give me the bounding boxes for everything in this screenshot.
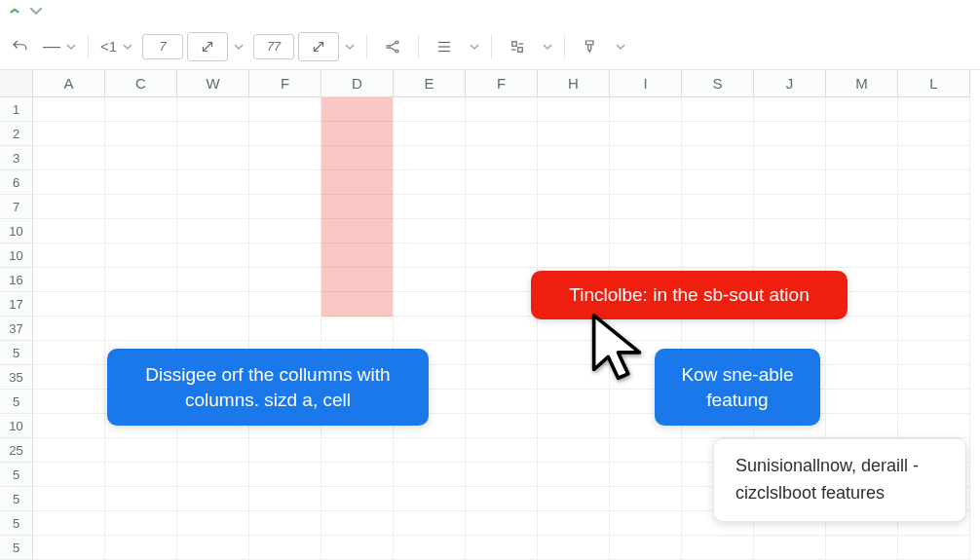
cell[interactable]: [394, 317, 466, 341]
row-header[interactable]: 10: [0, 219, 33, 243]
cell[interactable]: [682, 170, 754, 195]
cell[interactable]: [105, 195, 177, 219]
cell[interactable]: [33, 195, 105, 219]
cell[interactable]: [33, 438, 105, 463]
row-header[interactable]: 6: [0, 170, 33, 195]
cell[interactable]: [610, 487, 682, 511]
cell[interactable]: [33, 97, 105, 122]
column-header[interactable]: W: [177, 70, 249, 97]
cell[interactable]: [105, 243, 177, 268]
cell[interactable]: [321, 536, 394, 560]
cell[interactable]: [177, 268, 249, 292]
cell[interactable]: [466, 390, 538, 414]
column-header[interactable]: J: [754, 70, 826, 97]
row-header[interactable]: 2: [0, 122, 33, 146]
cell[interactable]: [610, 536, 682, 560]
cell[interactable]: [826, 414, 898, 438]
row-header[interactable]: 25: [0, 438, 33, 463]
cell[interactable]: [321, 317, 394, 341]
cell[interactable]: [898, 146, 970, 170]
cell[interactable]: [105, 317, 177, 341]
cell[interactable]: [898, 536, 970, 560]
cell[interactable]: [249, 438, 321, 463]
cell[interactable]: [610, 146, 682, 170]
cell[interactable]: [177, 243, 249, 268]
cell[interactable]: [33, 268, 105, 292]
cell[interactable]: [898, 365, 970, 390]
cell[interactable]: [177, 511, 249, 536]
row-header[interactable]: 17: [0, 292, 33, 317]
column-header[interactable]: M: [826, 70, 898, 97]
menu-dropdown-icon[interactable]: [8, 4, 21, 20]
cell[interactable]: [538, 390, 610, 414]
cell[interactable]: [321, 195, 394, 219]
cell[interactable]: [754, 317, 826, 341]
cell[interactable]: [538, 341, 610, 365]
cell[interactable]: [33, 292, 105, 317]
cell[interactable]: [321, 268, 394, 292]
row-header[interactable]: 5: [0, 390, 33, 414]
cell[interactable]: [538, 511, 610, 536]
cell[interactable]: [826, 122, 898, 146]
cell[interactable]: [177, 146, 249, 170]
cell[interactable]: [754, 536, 826, 560]
cell[interactable]: [394, 146, 466, 170]
row-header[interactable]: 16: [0, 268, 33, 292]
cell[interactable]: [394, 511, 466, 536]
cell[interactable]: [682, 122, 754, 146]
cell[interactable]: [682, 536, 754, 560]
cell[interactable]: [610, 122, 682, 146]
cell[interactable]: [33, 317, 105, 341]
cell[interactable]: [466, 414, 538, 438]
cell[interactable]: [682, 97, 754, 122]
size-input-2[interactable]: 77: [253, 34, 294, 59]
column-header[interactable]: H: [538, 70, 610, 97]
cell[interactable]: [177, 438, 249, 463]
chevron-down-icon[interactable]: [616, 38, 625, 56]
cell[interactable]: [177, 97, 249, 122]
cell[interactable]: [466, 122, 538, 146]
cell[interactable]: [466, 536, 538, 560]
cell[interactable]: [33, 463, 105, 487]
cell[interactable]: [249, 170, 321, 195]
align-icon[interactable]: [431, 32, 458, 61]
cell[interactable]: [538, 146, 610, 170]
cell[interactable]: [177, 195, 249, 219]
cell[interactable]: [249, 536, 321, 560]
cell[interactable]: [394, 243, 466, 268]
cell[interactable]: [826, 390, 898, 414]
row-header[interactable]: 5: [0, 463, 33, 487]
cell[interactable]: [538, 317, 610, 341]
cell[interactable]: [394, 536, 466, 560]
cell[interactable]: [610, 97, 682, 122]
column-header[interactable]: I: [610, 70, 682, 97]
cell[interactable]: [105, 511, 177, 536]
cell[interactable]: [538, 536, 610, 560]
cell[interactable]: [249, 463, 321, 487]
chevron-down-icon[interactable]: [470, 38, 479, 56]
cell[interactable]: [898, 195, 970, 219]
cell[interactable]: [249, 268, 321, 292]
cell[interactable]: [321, 463, 394, 487]
cell[interactable]: [105, 463, 177, 487]
cell[interactable]: [610, 170, 682, 195]
chevron-down-icon[interactable]: [123, 38, 132, 56]
column-header[interactable]: A: [33, 70, 105, 97]
cell[interactable]: [682, 243, 754, 268]
cell[interactable]: [249, 122, 321, 146]
cell[interactable]: [466, 170, 538, 195]
undo-button[interactable]: [6, 32, 33, 61]
cell[interactable]: [898, 219, 970, 243]
cell[interactable]: [466, 146, 538, 170]
cell[interactable]: [249, 97, 321, 122]
cell[interactable]: [466, 268, 538, 292]
cell[interactable]: [321, 170, 394, 195]
cell[interactable]: [177, 292, 249, 317]
cell[interactable]: [394, 487, 466, 511]
cell[interactable]: [394, 292, 466, 317]
cell[interactable]: [898, 170, 970, 195]
cell[interactable]: [105, 170, 177, 195]
cell[interactable]: [538, 365, 610, 390]
cell[interactable]: [177, 317, 249, 341]
cell[interactable]: [466, 243, 538, 268]
